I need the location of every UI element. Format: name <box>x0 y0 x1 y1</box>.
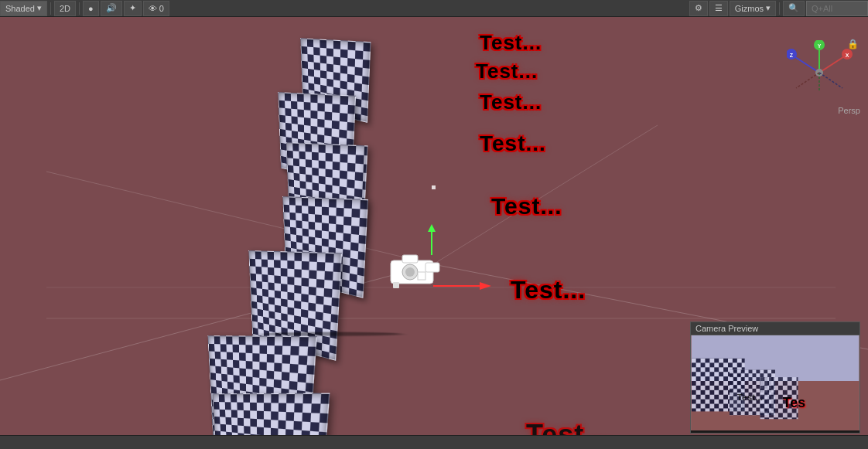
status-bar <box>0 435 868 449</box>
separator-1 <box>50 2 51 15</box>
lock-icon[interactable]: 🔒 <box>847 39 859 49</box>
gizmos-btn[interactable]: Gizmos ▾ <box>730 1 776 16</box>
camera-preview-content: Tes Test... <box>691 335 859 430</box>
scene-content: Test... Test... Test... Test... Test... … <box>0 17 868 449</box>
test-label-6: Test... <box>511 276 586 304</box>
2d-toggle-btn[interactable]: 2D <box>54 1 76 16</box>
svg-text:Z: Z <box>790 53 794 58</box>
svg-text:Test...: Test... <box>737 392 763 403</box>
layers-icon: ☰ <box>715 3 723 13</box>
test-label-4: Test... <box>480 131 546 156</box>
persp-label: Persp <box>838 106 860 115</box>
toolbar: Shaded ▾ 2D ● 🔊 ✦ 👁 0 ⚙ ☰ G <box>0 0 868 17</box>
scene-viewport: Shaded ▾ 2D ● 🔊 ✦ 👁 0 ⚙ ☰ G <box>0 0 868 449</box>
svg-line-2 <box>46 172 433 264</box>
search-input[interactable] <box>806 1 868 16</box>
persp-light-btn[interactable]: ● <box>83 1 99 16</box>
svg-rect-10 <box>402 255 418 263</box>
svg-line-29 <box>796 73 819 88</box>
search-icon: 🔍 <box>788 3 799 13</box>
dropdown-arrow-icon: ▾ <box>37 3 42 13</box>
y-axis-arrow <box>424 224 439 255</box>
visibility-btn[interactable]: 👁 0 <box>143 1 169 16</box>
svg-rect-12 <box>393 282 399 288</box>
svg-text:Tes: Tes <box>783 395 805 410</box>
svg-text:Y: Y <box>818 43 822 49</box>
svg-rect-17 <box>418 272 425 280</box>
svg-line-24 <box>793 56 819 73</box>
svg-marker-14 <box>428 224 436 232</box>
test-label-5: Test... <box>491 193 562 219</box>
camera-preview-title: Camera Preview <box>691 322 859 335</box>
x-axis-arrow <box>433 278 495 294</box>
layers-btn[interactable]: ☰ <box>709 1 728 16</box>
separator-3 <box>779 2 780 15</box>
svg-line-3 <box>433 125 658 264</box>
svg-rect-6 <box>432 185 436 189</box>
gizmos-arrow-icon: ▾ <box>766 3 771 13</box>
svg-line-30 <box>819 73 842 88</box>
audio-btn[interactable]: 🔊 <box>101 1 122 16</box>
transform-handle[interactable] <box>410 264 433 287</box>
light-icon: ● <box>88 4 94 13</box>
visibility-count: 0 <box>159 4 164 13</box>
camera-preview-panel: Camera Preview <box>690 321 860 434</box>
test-label-1: Test... <box>480 31 542 55</box>
svg-marker-16 <box>480 282 491 290</box>
settings-btn[interactable]: ⚙ <box>689 1 708 16</box>
test-label-3: Test... <box>480 90 542 114</box>
gizmos-label: Gizmos <box>735 4 764 13</box>
search-btn[interactable]: 🔍 <box>783 1 805 16</box>
fx-btn[interactable]: ✦ <box>124 1 142 16</box>
fx-icon: ✦ <box>129 3 136 13</box>
svg-text:X: X <box>846 53 849 58</box>
test-label-2: Test... <box>476 60 538 83</box>
svg-line-21 <box>819 56 846 73</box>
toolbar-right: ⚙ ☰ Gizmos ▾ 🔍 <box>689 1 868 16</box>
eye-icon: 👁 <box>149 4 157 13</box>
shading-mode-btn[interactable]: Shaded ▾ <box>0 1 47 16</box>
shading-mode-label: Shaded <box>5 4 35 13</box>
audio-icon: 🔊 <box>106 3 117 13</box>
settings-icon: ⚙ <box>695 3 702 13</box>
separator-2 <box>79 2 80 15</box>
gizmo-axis-indicator: Y X Z <box>787 40 853 106</box>
